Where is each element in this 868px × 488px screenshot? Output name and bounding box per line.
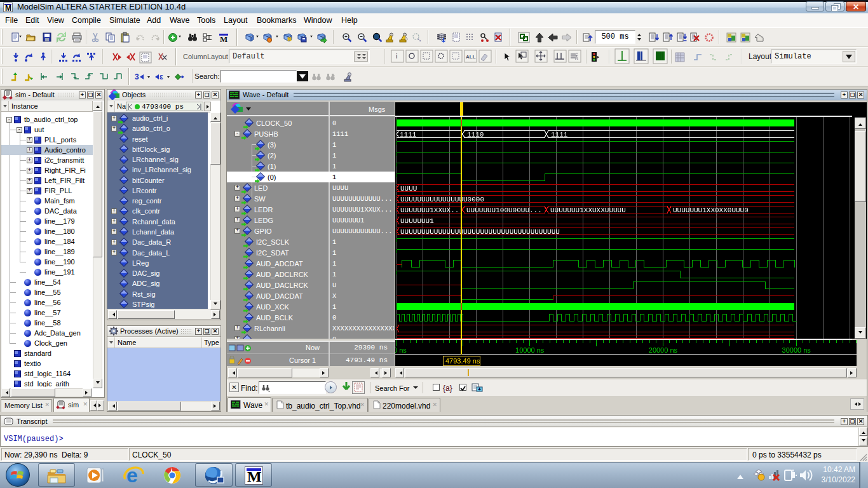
svg-text:ε: ε [159,72,163,81]
svg-text:30000 ns: 30000 ns [782,346,811,354]
svg-text:1110: 1110 [467,131,484,139]
svg-text:20000 ns: 20000 ns [649,346,678,354]
svg-text:ColumnLayout: ColumnLayout [183,53,228,60]
svg-text:10000 ns: 10000 ns [515,346,545,354]
svg-text:Search:: Search: [194,72,220,80]
svg-text:M: M [220,34,227,44]
svg-text:ALL: ALL [466,54,476,60]
svg-text:0 ns: 0 ns [395,346,407,354]
svg-text:3: 3 [135,72,139,81]
svg-text:UUUUUUU100U00UU...: UUUUUUU100U00UU... [466,207,542,214]
svg-text:1111: 1111 [400,131,417,139]
svg-text:UUUUUUU1XX0XX0UUU0: UUUUUUU1XX0XX0UUU0 [673,207,749,214]
svg-text:Layout: Layout [749,52,772,61]
svg-text:UUUUUUU1XXUX...: UUUUUUU1XXUX... [400,207,463,214]
svg-text:UUUUUUU1XXUXXUUUUU: UUUUUUU1XXUXXUUUUU [550,207,626,214]
svg-text:UUUUUUU1: UUUUUUU1 [400,217,434,225]
svg-text:UUUUUUUUUUUUUUUUUUUUUUUUUUUUUU: UUUUUUUUUUUUUUUUUUUUUUUUUUUUUUUUUUUUUU [400,228,560,236]
svg-text:1111: 1111 [551,131,568,139]
svg-text:4793.49 ns: 4793.49 ns [445,357,480,365]
svg-text:i: i [396,52,397,60]
svg-text:UUUUUUUUUUUUUUUU0000: UUUUUUUUUUUUUUUU0000 [400,196,484,203]
svg-text:UUUU: UUUU [400,185,417,193]
